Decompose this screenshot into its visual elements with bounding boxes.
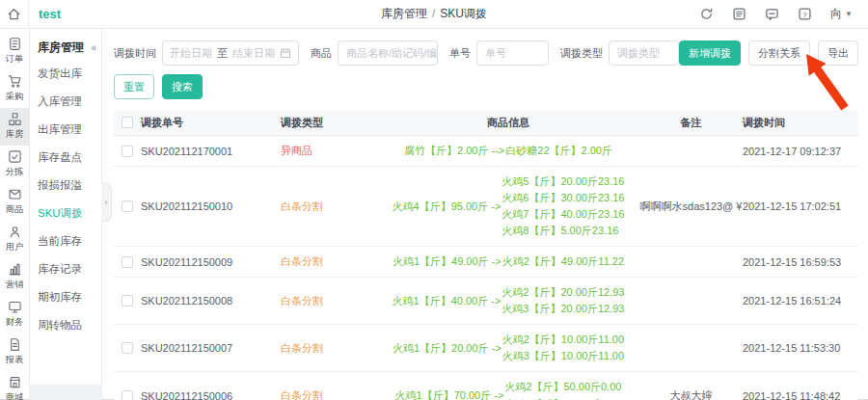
nav-item-warehouse[interactable]: 库房 — [0, 108, 29, 146]
submenu-item[interactable]: 库存盘点 — [30, 144, 101, 172]
product-target: 火鸡2【斤】50.00斤0.00 — [504, 379, 621, 395]
nav-item-mall[interactable]: 商城 — [0, 371, 29, 400]
col-type: 调拨类型 — [281, 116, 377, 130]
product-target: 火鸡3【斤】20.00斤12.93 — [502, 301, 624, 317]
date-end-placeholder[interactable]: 结束日期 — [232, 46, 275, 61]
submenu-item[interactable]: 当前库存 — [30, 227, 101, 255]
finance-icon — [8, 300, 22, 314]
table-row: SKU202112150006白条分割火鸡1【斤】70.00斤 ->火鸡2【斤】… — [114, 372, 858, 400]
refresh-button[interactable] — [699, 7, 714, 21]
row-type-badge: 白条分割 — [281, 200, 377, 214]
submenu-item[interactable]: SKU调拨 — [30, 200, 101, 227]
refresh-icon — [699, 7, 714, 21]
date-start-placeholder[interactable]: 开始日期 — [170, 46, 212, 61]
row-checkbox[interactable] — [122, 342, 133, 354]
user-menu[interactable]: 向 ▼ — [830, 6, 853, 22]
order-icon — [8, 37, 22, 51]
nav-item-marketing[interactable]: 营销 — [0, 258, 29, 296]
breadcrumb-separator: / — [432, 7, 435, 20]
row-checkbox[interactable] — [122, 256, 133, 268]
table-header: 调拨单号 调拨类型 商品信息 备注 调拨时间 — [114, 110, 858, 136]
submenu-item[interactable]: 出库管理 — [30, 116, 101, 144]
submenu-item[interactable]: 库存记录 — [30, 255, 101, 283]
product-search-input[interactable]: 商品名称/助记码/编码 — [338, 40, 438, 66]
submenu-footer — [30, 385, 101, 400]
warehouse-icon — [8, 112, 22, 126]
main-content: 调拨时间 开始日期 至 结束日期 商品 商品名称/助记码/编码 单号 单号 调拨… — [102, 29, 868, 400]
row-checkbox[interactable] — [122, 390, 133, 400]
message-button[interactable] — [765, 7, 779, 21]
order-number-input[interactable]: 单号 — [476, 40, 549, 66]
nav-item-label: 商品 — [6, 203, 23, 216]
nav-item-order[interactable]: 订单 — [0, 33, 29, 70]
date-separator: 至 — [217, 46, 228, 61]
nav-item-label: 订单 — [6, 53, 23, 66]
nav-item-label: 商城 — [6, 391, 23, 400]
table-row: SKU202112150009白条分割火鸡1【斤】49.00斤 ->火鸡2【斤】… — [114, 247, 858, 278]
secondary-sidebar: 库房管理 « 发货出库入库管理出库管理库存盘点报损报溢SKU调拨当前库存库存记录… — [30, 29, 102, 400]
collapse-sidebar-icon[interactable]: « — [91, 42, 96, 53]
app-window: test 库房管理/SKU调拨 ? 向 ▼ 订单采购库房分拣商品用户营销财 — [0, 0, 868, 400]
submenu-item[interactable]: 报损报溢 — [30, 172, 101, 200]
row-order-id: SKU202112150006 — [141, 390, 281, 400]
nav-item-finance[interactable]: 财务 — [0, 296, 29, 333]
nav-item-label: 库房 — [6, 128, 23, 141]
nav-item-users[interactable]: 用户 — [0, 221, 29, 258]
goods-icon — [8, 187, 22, 201]
calendar-icon — [280, 47, 291, 59]
table-row: SKU202112150010白条分割火鸡4【斤】95.00斤 ->火鸡5【斤】… — [114, 167, 858, 247]
nav-item-label: 报表 — [6, 354, 23, 366]
product-info-cell: 火鸡1【斤】70.00斤 ->火鸡2【斤】50.00斤0.00火鸡3【斤】20.… — [377, 379, 639, 400]
submenu-title-text: 库房管理 — [38, 40, 84, 56]
filter-bar-row2: 重置 搜索 — [114, 74, 858, 99]
row-checkbox-cell — [114, 146, 141, 157]
search-button[interactable]: 搜索 — [162, 74, 203, 99]
message-icon — [765, 7, 779, 21]
row-checkbox[interactable] — [122, 200, 133, 212]
users-icon — [8, 225, 22, 239]
home-button[interactable] — [0, 0, 29, 29]
split-relation-button[interactable]: 分割关系 — [748, 40, 810, 66]
col-product-info: 商品信息 — [377, 116, 639, 130]
table-row: SKU202112170001异商品腐竹【斤】2.00斤 -->白砂糖22【斤】… — [114, 136, 858, 167]
filter-bar: 调拨时间 开始日期 至 结束日期 商品 商品名称/助记码/编码 单号 单号 调拨… — [114, 40, 858, 66]
nav-item-report[interactable]: 报表 — [0, 333, 29, 371]
col-order-id: 调拨单号 — [141, 116, 281, 130]
select-all-checkbox[interactable] — [122, 117, 133, 128]
row-time: 2021-12-15 11:53:30 — [743, 342, 858, 354]
product-source: 火鸡1【斤】20.00斤 -> — [393, 341, 502, 356]
sidebar-expand-handle[interactable]: › — [101, 183, 112, 222]
add-transfer-button[interactable]: 新增调拨 — [679, 40, 741, 66]
product-source: 火鸡1【斤】40.00斤 -> — [393, 294, 502, 308]
table-row: SKU202112150008白条分割火鸡1【斤】40.00斤 ->火鸡2【斤】… — [114, 278, 858, 325]
nav-item-goods[interactable]: 商品 — [0, 183, 29, 221]
tasks-button[interactable] — [732, 7, 746, 21]
nav-item-purchase[interactable]: 采购 — [0, 70, 29, 108]
row-time: 2021-12-17 09:12:37 — [743, 146, 858, 157]
tasks-icon — [732, 7, 746, 21]
export-button[interactable]: 导出 — [818, 40, 858, 66]
svg-text:?: ? — [802, 11, 807, 19]
product-target: 火鸡6【斤】30.00斤23.16 — [502, 190, 624, 206]
reset-button[interactable]: 重置 — [114, 74, 154, 99]
nav-item-sorting[interactable]: 分拣 — [0, 146, 29, 183]
row-order-id: SKU202112150007 — [141, 342, 281, 354]
submenu-item[interactable]: 入库管理 — [30, 88, 101, 116]
row-time: 2021-12-15 17:02:51 — [743, 200, 858, 212]
product-target: 火鸡3【斤】20.00斤0.00 — [504, 396, 621, 400]
purchase-icon — [8, 74, 22, 89]
nav-item-label: 采购 — [6, 91, 23, 103]
breadcrumb-section[interactable]: 库房管理 — [381, 7, 427, 20]
help-button[interactable]: ? — [798, 7, 812, 21]
date-range-input[interactable]: 开始日期 至 结束日期 — [162, 40, 299, 66]
submenu-item[interactable]: 周转物品 — [30, 311, 101, 339]
submenu-item[interactable]: 发货出库 — [30, 60, 101, 88]
row-time: 2021-12-15 16:51:24 — [743, 295, 858, 307]
row-remark: 大叔大婶 — [639, 388, 743, 400]
row-checkbox[interactable] — [122, 295, 133, 307]
type-select[interactable]: 调拨类型 — [609, 40, 679, 66]
submenu-item[interactable]: 期初库存 — [30, 283, 101, 311]
type-filter-label: 调拨类型 — [560, 46, 603, 61]
row-checkbox[interactable] — [122, 146, 133, 157]
submenu-items: 发货出库入库管理出库管理库存盘点报损报溢SKU调拨当前库存库存记录期初库存周转物… — [30, 60, 101, 339]
